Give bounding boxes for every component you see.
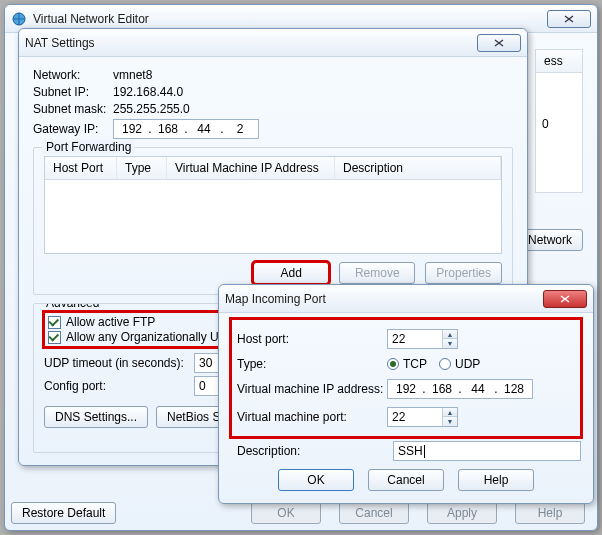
tcp-label: TCP <box>403 357 427 371</box>
nat-title: NAT Settings <box>25 36 477 50</box>
map-incoming-port-dialog: Map Incoming Port Host port: 22 ▲▼ Type:… <box>218 284 594 504</box>
config-port-label: Config port: <box>44 379 194 393</box>
vm-port-label: Virtual machine port: <box>237 410 387 424</box>
port-forwarding-table[interactable]: Host Port Type Virtual Machine IP Addres… <box>44 156 502 254</box>
dns-settings-button[interactable]: DNS Settings... <box>44 406 148 428</box>
map-titlebar: Map Incoming Port <box>219 285 593 313</box>
gateway-ip-input[interactable]: 192. 168. 44. 2 <box>113 119 259 139</box>
col-type[interactable]: Type <box>117 157 167 179</box>
host-port-input[interactable]: 22 ▲▼ <box>387 329 458 349</box>
allow-ftp-checkbox[interactable] <box>48 316 61 329</box>
map-help-button[interactable]: Help <box>458 469 534 491</box>
main-bottom-buttons: OK Cancel Apply Help <box>251 502 585 524</box>
text-cursor <box>424 445 425 458</box>
vm-ip-input[interactable]: 192. 168. 44. 128 <box>387 379 533 399</box>
type-label: Type: <box>237 357 387 371</box>
add-button[interactable]: Add <box>253 262 329 284</box>
main-cancel-button[interactable]: Cancel <box>339 502 409 524</box>
network-label: Network: <box>33 68 113 82</box>
allow-oui-checkbox[interactable] <box>48 331 61 344</box>
description-label: Description: <box>231 444 393 458</box>
app-icon <box>11 11 27 27</box>
description-input[interactable]: SSH <box>393 441 581 461</box>
main-apply-button[interactable]: Apply <box>427 502 497 524</box>
col-vm-ip[interactable]: Virtual Machine IP Address <box>167 157 335 179</box>
map-cancel-button[interactable]: Cancel <box>368 469 444 491</box>
host-port-label: Host port: <box>237 332 387 346</box>
advanced-title: Advanced <box>42 303 103 310</box>
tcp-radio[interactable] <box>387 358 399 370</box>
port-forwarding-title: Port Forwarding <box>42 140 135 154</box>
port-forwarding-group: Port Forwarding Host Port Type Virtual M… <box>33 147 513 295</box>
nat-close-button[interactable] <box>477 34 521 52</box>
col-description[interactable]: Description <box>335 157 501 179</box>
subnet-ip-value: 192.168.44.0 <box>113 85 183 99</box>
spin-up-icon[interactable]: ▲ <box>443 330 457 339</box>
vm-port-input[interactable]: 22 ▲▼ <box>387 407 458 427</box>
subnet-mask-value: 255.255.255.0 <box>113 102 190 116</box>
allow-ftp-label: Allow active FTP <box>66 315 155 329</box>
nat-titlebar: NAT Settings <box>19 29 527 57</box>
table-header: Host Port Type Virtual Machine IP Addres… <box>45 157 501 180</box>
spin-down-icon[interactable]: ▼ <box>443 339 457 348</box>
remove-button: Remove <box>339 262 415 284</box>
udp-radio[interactable] <box>439 358 451 370</box>
map-close-button[interactable] <box>543 290 587 308</box>
gateway-ip-label: Gateway IP: <box>33 122 113 136</box>
spin-up-icon[interactable]: ▲ <box>443 408 457 417</box>
main-partial-column: ess 0 <box>535 49 583 193</box>
main-title: Virtual Network Editor <box>33 12 547 26</box>
main-ok-button[interactable]: OK <box>251 502 321 524</box>
map-title: Map Incoming Port <box>225 292 543 306</box>
restore-default-button[interactable]: Restore Default <box>11 502 116 524</box>
properties-button: Properties <box>425 262 502 284</box>
network-value: vmnet8 <box>113 68 152 82</box>
partial-header-cell: ess <box>535 49 583 73</box>
main-help-button[interactable]: Help <box>515 502 585 524</box>
col-host-port[interactable]: Host Port <box>45 157 117 179</box>
partial-body-cell: 0 <box>535 73 583 193</box>
main-close-button[interactable] <box>547 10 591 28</box>
spin-down-icon[interactable]: ▼ <box>443 417 457 426</box>
vm-ip-label: Virtual machine IP address: <box>237 382 387 396</box>
allow-oui-label: Allow any Organizationally Un <box>66 330 225 344</box>
map-ok-button[interactable]: OK <box>278 469 354 491</box>
udp-timeout-label: UDP timeout (in seconds): <box>44 356 194 370</box>
udp-label: UDP <box>455 357 480 371</box>
subnet-ip-label: Subnet IP: <box>33 85 113 99</box>
subnet-mask-label: Subnet mask: <box>33 102 113 116</box>
